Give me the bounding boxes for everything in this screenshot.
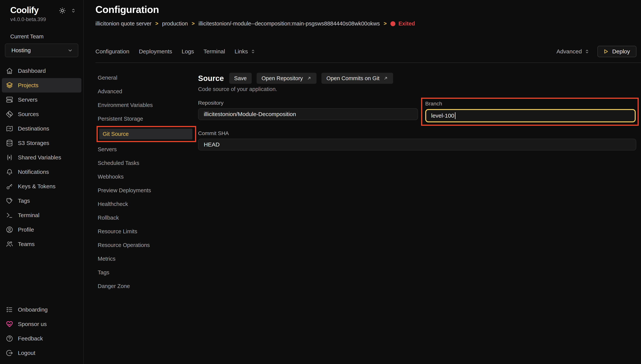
subnav-item-preview-deployments[interactable]: Preview Deployments: [96, 184, 198, 197]
subnav-item-metrics[interactable]: Metrics: [96, 252, 198, 266]
sidebar-item-label: Projects: [18, 82, 39, 88]
checklist-icon: [6, 306, 13, 314]
subnav-item-general[interactable]: General: [96, 71, 198, 84]
sidebar-item-logout[interactable]: Logout: [2, 346, 81, 360]
status-badge: Exited: [390, 20, 415, 27]
deploy-button-label: Deploy: [612, 48, 630, 55]
tabs-divider: [96, 62, 641, 63]
advanced-dropdown[interactable]: Advanced: [556, 48, 590, 55]
subnav-item-tags[interactable]: Tags: [96, 266, 198, 279]
subnav-item-persistent-storage[interactable]: Persistent Storage: [96, 112, 198, 126]
breadcrumb-item[interactable]: production: [162, 20, 188, 27]
source-heading: Source: [198, 74, 224, 83]
repository-input[interactable]: illicitestonion/Module-Decomposition: [198, 108, 418, 120]
sidebar-item-sponsor-us[interactable]: Sponsor us: [2, 317, 81, 331]
sidebar-item-keys-tokens[interactable]: Keys & Tokens: [2, 179, 81, 194]
breadcrumb-item[interactable]: illicitonion quote server: [96, 20, 152, 27]
sidebar-item-projects[interactable]: Projects: [2, 78, 81, 92]
tab-label: Links: [235, 48, 248, 55]
sidebar-item-label: Onboarding: [18, 306, 48, 313]
subnav-item-git-source[interactable]: Git Source: [99, 128, 192, 140]
subnav-item-resource-operations[interactable]: Resource Operations: [96, 238, 198, 252]
tab-terminal[interactable]: Terminal: [204, 48, 225, 55]
sidebar-item-feedback[interactable]: Feedback: [2, 331, 81, 346]
sun-icon[interactable]: [59, 7, 66, 14]
map-icon: [6, 125, 13, 132]
chevrons-up-down-icon[interactable]: [70, 8, 77, 14]
subnav-item-advanced[interactable]: Advanced: [96, 84, 198, 98]
save-button-label: Save: [234, 75, 247, 82]
sidebar-item-label: Profile: [18, 226, 34, 233]
tab-logs[interactable]: Logs: [182, 48, 194, 55]
commit-sha-field-group: Commit SHA HEAD: [198, 130, 636, 150]
commit-sha-input[interactable]: HEAD: [198, 139, 636, 150]
branch-input[interactable]: level-100: [425, 109, 636, 122]
save-button[interactable]: Save: [229, 73, 252, 84]
source-panel: Source Save Open Repository Open Commits…: [198, 71, 636, 364]
commit-sha-label: Commit SHA: [198, 130, 636, 136]
subnav-item-environment-variables[interactable]: Environment Variables: [96, 98, 198, 112]
sidebar-nav: DashboardProjectsServersSourcesDestinati…: [2, 64, 81, 251]
git-source-icon: [6, 110, 13, 118]
sidebar-item-servers[interactable]: Servers: [2, 92, 81, 107]
open-repository-label: Open Repository: [262, 75, 303, 82]
open-repository-button[interactable]: Open Repository: [257, 73, 317, 84]
subnav-item-resource-limits[interactable]: Resource Limits: [96, 224, 198, 238]
tab-configuration[interactable]: Configuration: [96, 48, 129, 55]
chevron-down-icon: [67, 47, 73, 54]
sidebar-item-s3-storages[interactable]: S3 Storages: [2, 136, 81, 150]
tab-row-right: Advanced Deploy: [556, 46, 636, 57]
sidebar-item-tags[interactable]: Tags: [2, 194, 81, 208]
tab-links[interactable]: Links: [235, 48, 256, 55]
branch-field-group: Branch level-100: [425, 101, 636, 122]
app-logo: Coolify: [10, 5, 39, 15]
sidebar-item-label: Sponsor us: [18, 321, 47, 327]
tab-label: Logs: [182, 48, 194, 55]
sidebar-item-label: Tags: [18, 198, 30, 204]
sidebar-item-notifications[interactable]: Notifications: [2, 165, 81, 179]
sidebar-item-onboarding[interactable]: Onboarding: [2, 302, 81, 317]
sidebar-item-shared-variables[interactable]: Shared Variables: [2, 150, 81, 165]
tab-label: Terminal: [204, 48, 225, 55]
page-title: Configuration: [96, 4, 641, 15]
sidebar-item-dashboard[interactable]: Dashboard: [2, 64, 81, 78]
tab-deployments[interactable]: Deployments: [139, 48, 172, 55]
sidebar-footer-nav: OnboardingSponsor usFeedbackLogout: [2, 302, 81, 360]
team-select[interactable]: Hosting: [5, 44, 78, 57]
open-commits-label: Open Commits on Git: [326, 75, 379, 82]
server-icon: [6, 96, 13, 104]
sidebar-item-sources[interactable]: Sources: [2, 107, 81, 122]
bell-icon: [6, 168, 13, 176]
subnav-item-rollback[interactable]: Rollback: [96, 211, 198, 224]
current-team-label: Current Team: [2, 34, 81, 40]
subnav-item-webhooks[interactable]: Webhooks: [96, 170, 198, 184]
branch-annotation-box: Branch level-100: [421, 98, 639, 126]
breadcrumb-item[interactable]: illicitestonion/-module--decomposition:m…: [199, 20, 380, 27]
brand-icons: [59, 7, 77, 14]
subnav-item-danger-zone[interactable]: Danger Zone: [96, 279, 198, 293]
arrow-up-right-icon: [307, 76, 312, 81]
deploy-button[interactable]: Deploy: [597, 46, 636, 57]
breadcrumb-separator: >: [155, 21, 158, 26]
config-subnav: GeneralAdvancedEnvironment VariablesPers…: [96, 71, 198, 364]
source-form: Repository illicitestonion/Module-Decomp…: [198, 100, 636, 150]
sidebar-item-terminal[interactable]: Terminal: [2, 208, 81, 222]
sidebar-item-profile[interactable]: Profile: [2, 222, 81, 237]
content: GeneralAdvancedEnvironment VariablesPers…: [96, 71, 641, 364]
commit-sha-input-value: HEAD: [204, 141, 220, 148]
sidebar-item-label: Destinations: [18, 126, 49, 132]
tab-row: ConfigurationDeploymentsLogsTerminalLink…: [96, 46, 641, 57]
subnav-item-healthcheck[interactable]: Healthcheck: [96, 197, 198, 211]
sidebar-item-label: Dashboard: [18, 68, 46, 74]
subnav-item-scheduled-tasks[interactable]: Scheduled Tasks: [96, 156, 198, 170]
sidebar-item-label: Keys & Tokens: [18, 183, 56, 190]
open-commits-button[interactable]: Open Commits on Git: [321, 73, 393, 84]
advanced-label: Advanced: [556, 48, 582, 55]
tab-list: ConfigurationDeploymentsLogsTerminalLink…: [96, 48, 256, 55]
sidebar-item-teams[interactable]: Teams: [2, 237, 81, 251]
sidebar-item-destinations[interactable]: Destinations: [2, 122, 81, 136]
user-circle-icon: [6, 226, 13, 234]
heart-hands-icon: [6, 320, 13, 328]
subnav-item-servers[interactable]: Servers: [96, 142, 198, 156]
sidebar-item-label: Notifications: [18, 169, 49, 175]
